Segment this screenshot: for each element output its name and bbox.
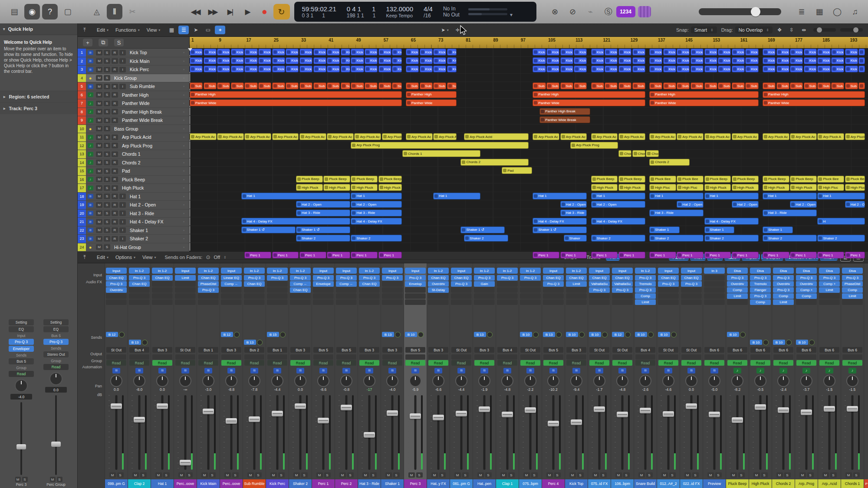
audio-fx-slot[interactable]: Pro-Q 3: [267, 275, 288, 281]
region[interactable]: Pluck Beep: [704, 176, 731, 183]
waveform-zoom-icon[interactable]: ❖: [774, 26, 785, 34]
region[interactable]: Sub Rum: [718, 82, 731, 89]
track-header-panther-wide[interactable]: 7♪MSRPanther Wide◦: [78, 99, 189, 108]
input-slot[interactable]: In 1-2: [566, 268, 587, 274]
region-list-icon[interactable]: ☰: [178, 26, 189, 34]
solo-button[interactable]: S: [278, 472, 285, 478]
solo-button[interactable]: S: [485, 472, 492, 478]
display-icon[interactable]: ▢: [60, 4, 76, 20]
region[interactable]: Hat 4 - Delay FX: [351, 218, 401, 225]
region[interactable]: Pluck Beep: [618, 176, 645, 183]
record-enable-button[interactable]: R: [112, 202, 118, 208]
pan-knob[interactable]: [662, 375, 674, 387]
output-slot[interactable]: Bus 3: [474, 347, 494, 353]
audio-fx-slot-empty[interactable]: [313, 287, 334, 293]
pan-knob[interactable]: [570, 375, 582, 387]
solo-button[interactable]: S: [347, 472, 354, 478]
group-slot[interactable]: [221, 354, 241, 360]
media-browser-icon[interactable]: ▦: [812, 4, 827, 20]
solo-button[interactable]: S: [508, 472, 515, 478]
mute-button[interactable]: M: [454, 472, 461, 478]
audio-fx-slot[interactable]: Pro-Q 3: [382, 275, 403, 281]
region[interactable]: Sub Rum: [817, 82, 830, 89]
region[interactable]: Hat 4 - Delay FX: [704, 218, 759, 225]
mute-button[interactable]: M: [270, 472, 277, 478]
region[interactable]: H: [817, 218, 865, 225]
region[interactable]: Perc 1: [299, 252, 326, 259]
input-slot[interactable]: In 3: [704, 268, 725, 274]
solo-button[interactable]: S: [104, 118, 110, 123]
region[interactable]: Hat 4 - Delay FX: [533, 218, 587, 225]
fader[interactable]: [473, 394, 496, 471]
group-slot[interactable]: [796, 354, 816, 360]
group-slot[interactable]: [359, 354, 379, 360]
region[interactable]: Sub Rum: [244, 82, 257, 89]
solo-button[interactable]: S: [324, 472, 331, 478]
region[interactable]: Kick Main: [690, 57, 704, 64]
insert-slot[interactable]: Enveloper: [9, 346, 34, 352]
audio-fx-slot[interactable]: Pro-Q 3: [543, 281, 564, 287]
region[interactable]: Kick Main: [649, 57, 662, 64]
region[interactable]: Hat 4 - Delay FX: [591, 218, 645, 225]
region[interactable]: Kick Main: [605, 57, 618, 64]
region[interactable]: Kick Main: [272, 57, 285, 64]
region[interactable]: Kick Perc: [804, 66, 817, 72]
send-slot[interactable]: B 13: [244, 340, 256, 345]
fader[interactable]: [565, 394, 588, 471]
region[interactable]: Kick Main: [845, 57, 858, 64]
region[interactable]: Panther High: [763, 91, 865, 98]
audio-fx-slot-empty[interactable]: [520, 281, 541, 287]
mute-button[interactable]: M: [96, 58, 102, 64]
mute-button[interactable]: M: [96, 177, 102, 182]
group-slot[interactable]: [842, 354, 862, 360]
audio-fx-slot-empty[interactable]: [175, 287, 196, 293]
input-slot[interactable]: Input: [405, 268, 426, 274]
strip-name-plate[interactable]: Hat..y FX: [427, 479, 450, 488]
audio-fx-slot[interactable]: Pro-Q 3: [773, 287, 794, 293]
pan-knob[interactable]: [317, 375, 329, 387]
region[interactable]: High Pluck: [763, 184, 789, 191]
mute-button[interactable]: M: [96, 219, 102, 225]
region[interactable]: Pluck Beep: [790, 176, 817, 183]
region[interactable]: Kick Perc: [845, 66, 858, 72]
region[interactable]: High Pluck: [732, 184, 759, 191]
region[interactable]: Perc 1: [817, 252, 844, 259]
mute-button[interactable]: M: [523, 472, 530, 478]
region[interactable]: Hat 2 - Open: [591, 201, 645, 208]
send-knob[interactable]: [418, 332, 424, 337]
automation-mode-button[interactable]: Read: [681, 360, 701, 366]
region[interactable]: Kick Main: [677, 57, 690, 64]
region[interactable]: Kick Main: [341, 57, 350, 64]
region[interactable]: Kick Perc: [286, 66, 299, 72]
freeze-icon[interactable]: ◦: [183, 110, 189, 114]
audio-fx-slot[interactable]: Chan EQ: [658, 275, 679, 281]
list-editors-icon[interactable]: ≣: [794, 4, 809, 20]
region[interactable]: High Pluck: [790, 184, 817, 191]
audio-fx-slot[interactable]: ValhallaSu: [612, 281, 633, 287]
region[interactable]: Shaker 1: [763, 226, 793, 233]
region[interactable]: Hat 1: [649, 193, 704, 200]
solo-button[interactable]: S: [104, 67, 110, 72]
region[interactable]: Arp Pluck Ac: [272, 133, 299, 140]
region[interactable]: Kick Perc: [605, 66, 618, 72]
pan-knob[interactable]: [340, 375, 352, 387]
mute-button[interactable]: M: [293, 472, 300, 478]
send-knob[interactable]: [395, 332, 401, 337]
play-button[interactable]: ▶: [239, 3, 256, 20]
mute-button[interactable]: M: [96, 134, 102, 140]
fader-cap[interactable]: [111, 403, 122, 409]
solo-button[interactable]: S: [715, 472, 722, 478]
region[interactable]: Kick Perc: [378, 66, 391, 72]
left-click-tool-menu[interactable]: ➤▾: [441, 27, 448, 33]
record-enable-button[interactable]: R: [112, 236, 118, 242]
forward-button[interactable]: ▶▶: [204, 3, 221, 20]
region[interactable]: Sub Rum: [591, 82, 604, 89]
send-slot[interactable]: B 13: [382, 332, 394, 337]
solo-button[interactable]: S: [623, 472, 630, 478]
region[interactable]: Arp Pluck Ac: [406, 133, 433, 140]
audio-fx-slot-empty[interactable]: [175, 299, 196, 305]
input-monitor-button[interactable]: I: [119, 236, 126, 242]
solo-button[interactable]: S: [104, 84, 110, 89]
track-header-panther-wide-break[interactable]: 9♪MSRPanther Wide Break◦: [78, 116, 189, 125]
region[interactable]: Kick Per: [560, 66, 573, 72]
